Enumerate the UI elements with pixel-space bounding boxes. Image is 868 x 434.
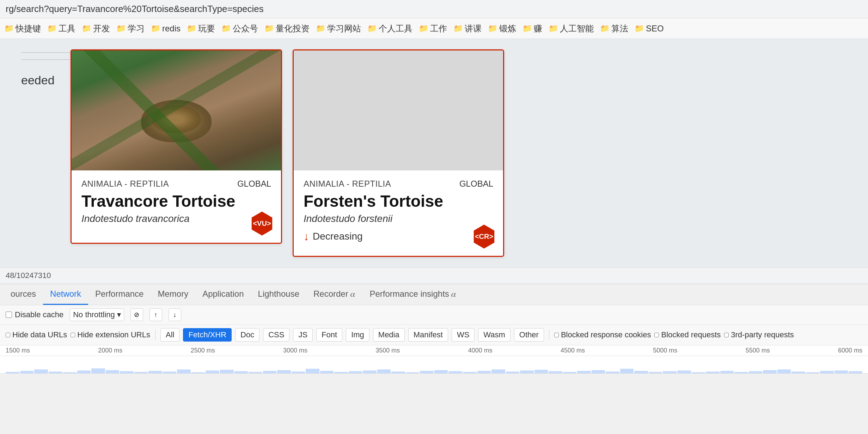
bookmark-item[interactable]: 📁工具	[47, 23, 75, 34]
timeline-bar-item	[292, 372, 305, 374]
timeline-bar-item	[835, 370, 848, 374]
filter-btn-font[interactable]: Font	[316, 328, 342, 342]
bookmark-item[interactable]: 📁公众号	[221, 23, 258, 34]
timeline-bar-item	[391, 372, 405, 374]
bookmark-item[interactable]: 📁开发	[82, 23, 110, 34]
timeline-bar-item	[520, 370, 534, 374]
main-content: eeded ANIMALIA - REPTILIA GLOBAL Travanc…	[0, 39, 868, 267]
card-scientific-name-2: Indotestudo forstenii	[304, 213, 493, 224]
timeline-bar-item	[20, 371, 34, 374]
devtools-tab-network[interactable]: Network	[43, 284, 88, 305]
timeline-label: 4000 ms	[468, 347, 493, 354]
filter-checkbox-hide-extension-urls[interactable]: Hide extension URLs	[71, 330, 150, 339]
timeline-bar-item	[191, 372, 205, 374]
blocked-checkbox-blocked-requests[interactable]: Blocked requests	[654, 330, 721, 339]
timeline-bar-item	[534, 370, 548, 374]
devtools-tab-application[interactable]: Application	[195, 284, 251, 305]
timeline-bar-item	[649, 372, 662, 374]
disable-cache-checkbox-label[interactable]: Disable cache	[6, 310, 63, 319]
taxonomy-left-2: ANIMALIA - REPTILIA	[304, 179, 391, 189]
filter-btn-css[interactable]: CSS	[263, 328, 289, 342]
timeline-bar-item	[849, 371, 862, 374]
folder-icon: 📁	[151, 24, 160, 33]
timeline-bar-item	[220, 370, 234, 374]
folder-icon: 📁	[488, 24, 497, 33]
timeline-bar-item	[749, 371, 763, 374]
filter-btn-all[interactable]: All	[160, 328, 179, 342]
blocked-checkbox-3rd-party-requests[interactable]: 3rd-party requests	[724, 330, 794, 339]
card-common-name-2[interactable]: Forsten's Tortoise	[304, 192, 493, 210]
bookmark-item[interactable]: 📁学习网站	[316, 23, 361, 34]
devtools-toolbar: Disable cache No throttling ▾ ⊘ ↑ ↓	[0, 305, 868, 325]
upload-icon[interactable]: ↑	[149, 308, 162, 321]
filter-btn-js[interactable]: JS	[293, 328, 313, 342]
filter-checkbox-hide-data-urls[interactable]: Hide data URLs	[6, 330, 67, 339]
timeline-label: 2000 ms	[98, 347, 122, 354]
disable-cache-checkbox[interactable]	[6, 312, 12, 318]
filter-btn-doc[interactable]: Doc	[235, 328, 259, 342]
throttle-select[interactable]: No throttling ▾	[70, 308, 124, 321]
filter-btn-img[interactable]: Img	[346, 328, 369, 342]
timeline-bar-item	[277, 370, 291, 374]
bookmark-item[interactable]: 📁redis	[151, 24, 181, 34]
bookmark-item[interactable]: 📁玩要	[187, 23, 215, 34]
timeline-bar-item	[320, 371, 334, 374]
timeline-bar-item	[820, 371, 834, 374]
devtools-tab-performance-insights-𝛼[interactable]: Performance insights 𝛼	[362, 284, 463, 305]
card-body-2: ANIMALIA - REPTILIA GLOBAL Forsten's Tor…	[294, 170, 503, 256]
devtools-tab-recorder-𝛼[interactable]: Recorder 𝛼	[306, 284, 362, 305]
devtools-tab-memory[interactable]: Memory	[151, 284, 195, 305]
devtools-tab-performance[interactable]: Performance	[88, 284, 151, 305]
address-bar[interactable]: rg/search?query=Travancore%20Tortoise&se…	[0, 0, 868, 18]
bookmark-item[interactable]: 📁锻炼	[488, 23, 516, 34]
filter-btn-other[interactable]: Other	[514, 328, 544, 342]
card-scientific-name-1: Indotestudo travancorica	[81, 213, 271, 224]
timeline-bar-item	[148, 371, 162, 374]
timeline-bar-item	[163, 372, 177, 374]
bookmark-item[interactable]: 📁量化投资	[264, 23, 310, 34]
timeline-bar-item	[592, 370, 605, 374]
timeline-bar-item	[549, 371, 562, 374]
status-code-2: <CR>	[475, 233, 493, 241]
timeline-bar-item	[263, 371, 277, 374]
timeline-bar-item	[706, 372, 720, 374]
species-card-1[interactable]: ANIMALIA - REPTILIA GLOBAL Travancore To…	[71, 49, 282, 244]
card-taxonomy-1: ANIMALIA - REPTILIA GLOBAL	[81, 179, 271, 189]
timeline-bar-item	[634, 371, 648, 374]
leaf-overlay	[72, 50, 281, 170]
bookmark-item[interactable]: 📁工作	[419, 23, 447, 34]
filter-btn-ws[interactable]: WS	[452, 328, 475, 342]
filter-btn-media[interactable]: Media	[373, 328, 405, 342]
timeline-bar-item	[577, 371, 591, 374]
card-common-name-1[interactable]: Travancore Tortoise	[81, 192, 271, 210]
bookmark-item[interactable]: 📁个人工具	[367, 23, 412, 34]
filter-divider-2	[549, 330, 549, 340]
timeline-label: 1500 ms	[6, 347, 30, 354]
blocked-checkbox-blocked-response-cookies[interactable]: Blocked response cookies	[554, 330, 651, 339]
timeline-bar-item	[734, 372, 748, 374]
bookmark-item[interactable]: 📁快捷键	[4, 23, 41, 34]
taxonomy-left-1: ANIMALIA - REPTILIA	[81, 179, 169, 189]
folder-icon: 📁	[82, 24, 91, 33]
devtools-tab-ources[interactable]: ources	[4, 284, 43, 305]
download-icon[interactable]: ↓	[169, 308, 181, 321]
bookmark-item[interactable]: 📁讲课	[453, 23, 482, 34]
bookmark-item[interactable]: 📁学习	[116, 23, 145, 34]
folder-icon: 📁	[187, 24, 196, 33]
card-image-placeholder-2	[294, 50, 503, 170]
bookmark-item[interactable]: 📁赚	[522, 23, 542, 34]
folder-icon: 📁	[635, 24, 644, 33]
timeline-label: 5000 ms	[653, 347, 677, 354]
filter-btn-wasm[interactable]: Wasm	[478, 328, 511, 342]
timeline-bar-item	[234, 371, 248, 374]
species-card-2[interactable]: ANIMALIA - REPTILIA GLOBAL Forsten's Tor…	[293, 49, 504, 257]
devtools-tab-lighthouse[interactable]: Lighthouse	[251, 284, 306, 305]
bookmark-item[interactable]: 📁人工智能	[549, 23, 594, 34]
wifi-icon[interactable]: ⊘	[130, 308, 143, 321]
filter-btn-manifest[interactable]: Manifest	[408, 328, 448, 342]
bookmark-item[interactable]: 📁SEO	[635, 24, 664, 34]
bookmark-item[interactable]: 📁算法	[600, 23, 628, 34]
timeline-labels: 1500 ms2000 ms2500 ms3000 ms3500 ms4000 …	[0, 345, 868, 356]
filter-btn-fetch/xhr[interactable]: Fetch/XHR	[183, 328, 232, 342]
filter-divider	[155, 330, 155, 340]
